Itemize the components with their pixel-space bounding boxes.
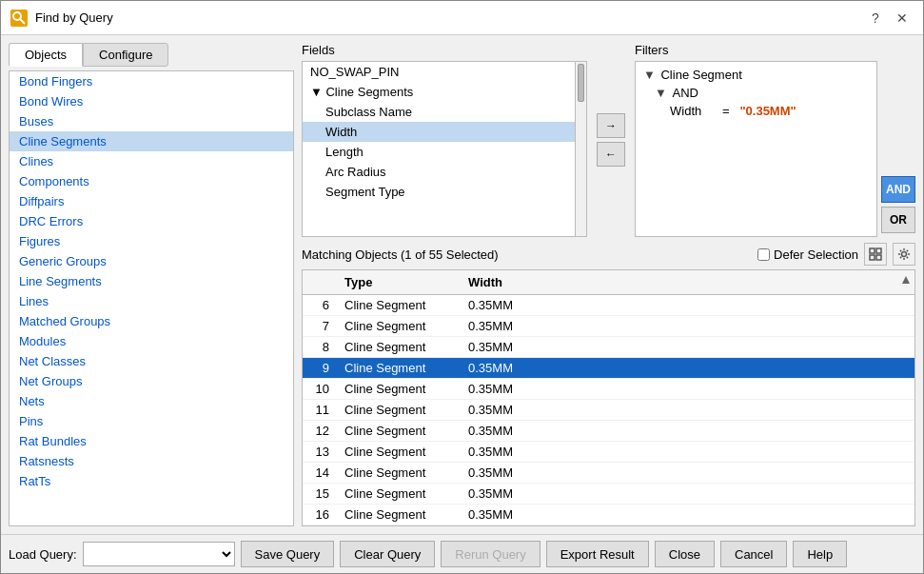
list-item[interactable]: Matched Groups <box>10 311 293 331</box>
row-type: Cline Segment <box>337 465 461 481</box>
table-row[interactable]: 6Cline Segment0.35MM <box>303 295 914 316</box>
row-num: 10 <box>303 381 337 397</box>
list-item[interactable]: Net Classes <box>10 351 293 371</box>
dialog-title: Find by Query <box>35 10 113 25</box>
list-item[interactable]: Diffpairs <box>10 191 293 211</box>
add-to-filter-button[interactable]: → <box>597 113 625 138</box>
list-item[interactable]: Figures <box>10 231 293 251</box>
tab-objects[interactable]: Objects <box>9 43 83 67</box>
left-panel: Objects Configure Bond FingersBond Wires… <box>9 43 294 526</box>
col-header-sort <box>901 273 914 291</box>
list-item[interactable]: Line Segments <box>10 271 293 291</box>
help-bottom-button[interactable]: Help <box>793 541 847 567</box>
svg-point-6 <box>902 252 907 257</box>
right-panel: Fields NO_SWAP_PIN▼ Cline SegmentsSubcla… <box>302 43 915 526</box>
list-item[interactable]: Pins <box>10 411 293 431</box>
table-row[interactable]: 11Cline Segment0.35MM <box>303 400 914 421</box>
list-item[interactable]: Bond Fingers <box>10 71 293 91</box>
grid-view-button[interactable] <box>864 243 887 266</box>
fields-list-item[interactable]: Width <box>303 122 575 142</box>
row-width: 0.35MM <box>461 339 914 355</box>
filter-condition-field: Width <box>670 104 701 118</box>
settings-button[interactable] <box>893 243 915 266</box>
fields-list-item[interactable]: ▼ Cline Segments <box>303 82 575 102</box>
close-button[interactable]: Close <box>655 541 715 567</box>
row-width: 0.35MM <box>461 318 914 334</box>
fields-label: Fields <box>302 43 587 57</box>
row-width: 0.35MM <box>461 423 914 439</box>
load-query-label: Load Query: <box>9 547 77 562</box>
title-buttons: ? ✕ <box>864 7 914 30</box>
load-query-input[interactable] <box>83 542 235 566</box>
list-item[interactable]: Clines <box>10 151 293 171</box>
fields-list-item[interactable]: Length <box>303 142 575 162</box>
close-title-button[interactable]: ✕ <box>891 7 914 30</box>
list-item[interactable]: Generic Groups <box>10 251 293 271</box>
filter-condition-value: "0.35MM" <box>739 104 796 118</box>
fields-list-item[interactable]: Arc Radius <box>303 162 575 182</box>
list-item[interactable]: Components <box>10 171 293 191</box>
row-type: Cline Segment <box>337 444 461 460</box>
export-result-button[interactable]: Export Result <box>546 541 649 567</box>
svg-marker-7 <box>902 276 910 284</box>
list-item[interactable]: Rat Bundles <box>10 431 293 451</box>
list-item[interactable]: Buses <box>10 111 293 131</box>
col-header-num <box>303 273 337 291</box>
table-row[interactable]: 9Cline Segment0.35MM <box>303 358 914 379</box>
fields-list-item[interactable]: Segment Type <box>303 182 575 202</box>
rerun-query-button[interactable]: Rerun Query <box>441 541 540 567</box>
filters-scroll-area[interactable]: ▼ Cline Segment ▼ AND Width <box>636 62 876 236</box>
defer-selection-check[interactable]: Defer Selection <box>757 247 858 262</box>
col-header-type: Type <box>337 273 461 291</box>
save-query-button[interactable]: Save Query <box>241 541 335 567</box>
row-num: 6 <box>303 297 337 313</box>
list-item[interactable]: DRC Errors <box>10 211 293 231</box>
row-width: 0.35MM <box>461 381 914 397</box>
find-by-query-dialog: Find by Query ? ✕ Objects Configure Bond… <box>0 0 924 574</box>
expand-root-icon[interactable]: ▼ <box>643 68 659 82</box>
fields-list-item[interactable]: Subclass Name <box>303 102 575 122</box>
help-button[interactable]: ? <box>864 7 887 30</box>
or-button[interactable]: OR <box>881 207 915 233</box>
row-type: Cline Segment <box>337 485 461 502</box>
row-width: 0.35MM <box>461 402 914 418</box>
list-item[interactable]: Lines <box>10 291 293 311</box>
list-item[interactable]: Cline Segments <box>10 131 293 151</box>
filters-inner: ▼ Cline Segment ▼ AND Width <box>635 61 877 237</box>
remove-from-filter-button[interactable]: ← <box>597 142 625 167</box>
table-row[interactable]: 15Cline Segment0.35MM <box>303 484 914 505</box>
table-row[interactable]: 13Cline Segment0.35MM <box>303 442 914 463</box>
matching-section: Matching Objects (1 of 55 Selected) Defe… <box>302 243 915 526</box>
list-item[interactable]: Ratsnests <box>10 451 293 471</box>
fields-scroll-thumb[interactable] <box>578 64 584 102</box>
and-button[interactable]: AND <box>881 176 915 203</box>
list-item[interactable]: Net Groups <box>10 371 293 391</box>
table-row[interactable]: 10Cline Segment0.35MM <box>303 379 914 400</box>
clear-query-button[interactable]: Clear Query <box>340 541 435 567</box>
list-item[interactable]: Bond Wires <box>10 91 293 111</box>
object-list[interactable]: Bond FingersBond WiresBusesCline Segment… <box>9 70 294 526</box>
fields-list-item[interactable]: NO_SWAP_PIN <box>303 62 575 82</box>
results-body[interactable]: 6Cline Segment0.35MM7Cline Segment0.35MM… <box>303 295 914 525</box>
fields-scroll-area[interactable]: NO_SWAP_PIN▼ Cline SegmentsSubclass Name… <box>303 62 575 236</box>
cancel-button[interactable]: Cancel <box>720 541 787 567</box>
tab-configure[interactable]: Configure <box>83 43 168 67</box>
list-item[interactable]: Modules <box>10 331 293 351</box>
expand-and-icon[interactable]: ▼ <box>655 86 670 100</box>
gear-icon <box>897 247 911 261</box>
list-item[interactable]: RatTs <box>10 471 293 491</box>
arrow-buttons: → ← <box>593 43 629 237</box>
table-row[interactable]: 8Cline Segment0.35MM <box>303 337 914 358</box>
table-row[interactable]: 12Cline Segment0.35MM <box>303 421 914 442</box>
defer-checkbox[interactable] <box>757 248 770 261</box>
filters-section: Filters ▼ Cline Segment ▼ AND <box>635 43 915 237</box>
results-table: Type Width 6Cline Segment0.35MM7Cline Se… <box>302 269 915 526</box>
table-row[interactable]: 14Cline Segment0.35MM <box>303 463 914 484</box>
row-num: 15 <box>303 485 337 502</box>
col-header-width: Width <box>461 273 901 291</box>
matching-title: Matching Objects (1 of 55 Selected) <box>302 247 499 262</box>
table-row[interactable]: 7Cline Segment0.35MM <box>303 316 914 337</box>
table-row[interactable]: 16Cline Segment0.35MM <box>303 505 914 525</box>
fields-scrollbar[interactable] <box>575 62 586 236</box>
list-item[interactable]: Nets <box>10 391 293 411</box>
